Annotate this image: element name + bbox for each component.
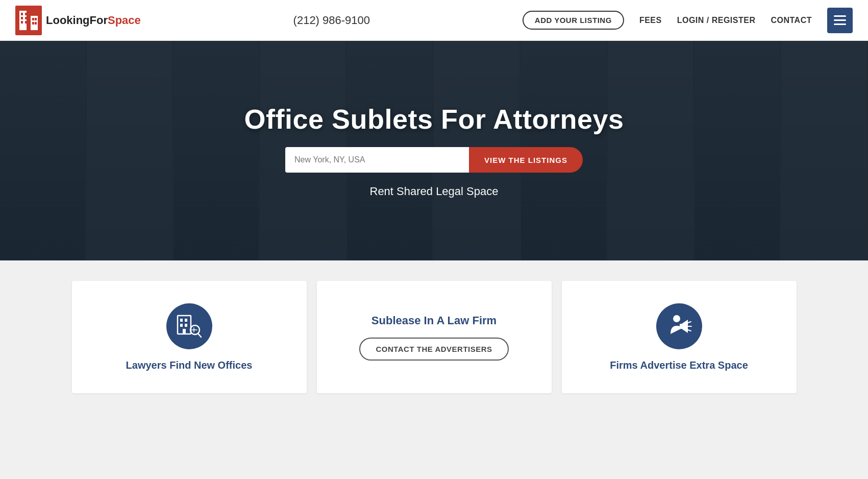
hamburger-line-1 [834,15,846,17]
fees-link[interactable]: FEES [639,16,662,25]
svg-line-25 [688,322,691,323]
svg-rect-11 [32,22,34,25]
svg-point-23 [673,315,680,322]
logo[interactable]: LookingForSpace [15,6,141,35]
svg-rect-12 [35,22,37,25]
svg-rect-8 [25,21,27,23]
header-phone: (212) 986-9100 [293,14,370,27]
svg-rect-14 [180,319,183,322]
logo-space-text: Space [108,14,141,27]
svg-rect-7 [21,21,23,23]
hero-subtitle: Rent Shared Legal Space [370,185,499,198]
svg-rect-5 [21,17,23,19]
add-listing-button[interactable]: ADD YOUR LISTING [523,11,624,30]
header-nav: ADD YOUR LISTING FEES LOGIN / REGISTER C… [523,8,853,33]
view-listings-button[interactable]: VIEW THE LISTINGS [469,147,583,173]
svg-line-20 [198,333,201,337]
login-register-link[interactable]: LOGIN / REGISTER [677,16,756,25]
firms-icon-circle [656,303,702,349]
lawyers-card-label: Lawyers Find New Offices [126,360,253,371]
firms-card-label: Firms Advertise Extra Space [610,360,748,371]
hamburger-line-2 [834,19,846,21]
search-building-icon [176,313,203,340]
svg-rect-17 [185,324,187,327]
svg-rect-10 [35,18,37,20]
sublease-card-label: Sublease In A Law Firm [371,314,497,327]
cards-section: Lawyers Find New Offices Sublease In A L… [0,260,868,414]
hero-content: Office Sublets For Attorneys VIEW THE LI… [244,103,624,198]
logo-looking-text: LookingFor [46,14,108,27]
svg-rect-9 [32,18,34,20]
contact-link[interactable]: CONTACT [771,16,812,25]
lawyers-icon-circle [166,303,212,349]
svg-rect-18 [183,329,186,334]
contact-advertisers-button[interactable]: CONTACT THE ADVERTISERS [359,338,508,361]
megaphone-icon [665,313,693,340]
svg-rect-24 [680,324,682,329]
card-firms: Firms Advertise Extra Space [562,281,797,393]
svg-rect-4 [25,13,27,15]
card-sublease: Sublease In A Law Firm CONTACT THE ADVER… [317,281,552,393]
svg-rect-16 [180,324,183,327]
hamburger-button[interactable] [827,8,853,33]
svg-rect-6 [25,17,27,19]
svg-line-27 [688,330,691,331]
svg-rect-15 [185,319,187,322]
card-lawyers: Lawyers Find New Offices [72,281,307,393]
hamburger-line-3 [834,23,846,25]
svg-rect-3 [21,13,23,15]
logo-icon [15,6,42,35]
location-search-input[interactable] [285,147,469,173]
hero-title: Office Sublets For Attorneys [244,103,624,135]
hero-section: Office Sublets For Attorneys VIEW THE LI… [0,41,868,260]
hero-search-row: VIEW THE LISTINGS [285,147,583,173]
site-header: LookingForSpace (212) 986-9100 ADD YOUR … [0,0,868,41]
svg-rect-0 [15,6,42,35]
